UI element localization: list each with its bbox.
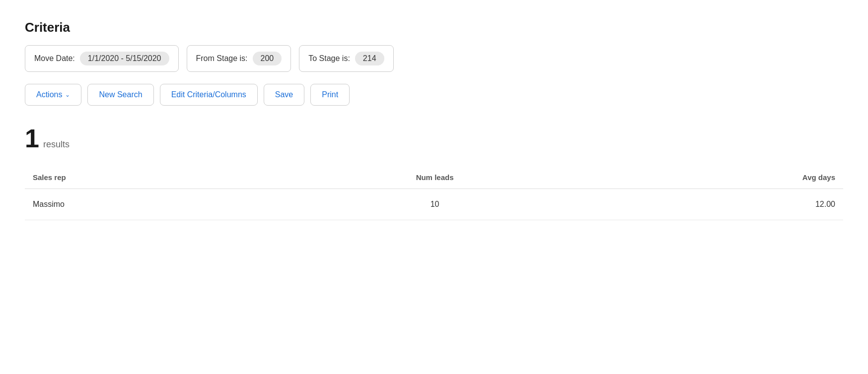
table-header-row: Sales rep Num leads Avg days	[25, 166, 843, 189]
to-stage-label: To Stage is:	[308, 54, 350, 63]
criteria-filters: Move Date: 1/1/2020 - 5/15/2020 From Sta…	[25, 45, 843, 72]
to-stage-value: 214	[355, 52, 384, 65]
save-button[interactable]: Save	[264, 84, 304, 106]
col-header-sales-rep: Sales rep	[25, 166, 290, 189]
results-label: results	[43, 139, 70, 150]
from-stage-value: 200	[253, 52, 282, 65]
cell-sales-rep: Massimo	[25, 189, 290, 220]
col-header-avg-days: Avg days	[579, 166, 843, 189]
print-label: Print	[322, 90, 338, 99]
actions-button[interactable]: Actions ⌄	[25, 84, 81, 106]
cell-avg-days: 12.00	[579, 189, 843, 220]
results-number: 1	[25, 125, 39, 151]
results-table: Sales rep Num leads Avg days Massimo1012…	[25, 166, 843, 220]
actions-label: Actions	[36, 90, 62, 99]
col-header-num-leads: Num leads	[290, 166, 579, 189]
move-date-filter: Move Date: 1/1/2020 - 5/15/2020	[25, 45, 179, 72]
table-row: Massimo1012.00	[25, 189, 843, 220]
from-stage-label: From Stage is:	[196, 54, 248, 63]
to-stage-filter: To Stage is: 214	[299, 45, 393, 72]
new-search-button[interactable]: New Search	[87, 84, 153, 106]
print-button[interactable]: Print	[310, 84, 350, 106]
actions-bar: Actions ⌄ New Search Edit Criteria/Colum…	[25, 84, 843, 106]
edit-criteria-button[interactable]: Edit Criteria/Columns	[160, 84, 258, 106]
results-count: 1 results	[25, 125, 843, 151]
page-title: Criteria	[25, 20, 843, 35]
from-stage-filter: From Stage is: 200	[187, 45, 291, 72]
new-search-label: New Search	[99, 90, 142, 99]
move-date-label: Move Date:	[34, 54, 75, 63]
save-label: Save	[275, 90, 293, 99]
edit-criteria-label: Edit Criteria/Columns	[171, 90, 246, 99]
cell-num-leads: 10	[290, 189, 579, 220]
move-date-value: 1/1/2020 - 5/15/2020	[80, 52, 169, 65]
chevron-down-icon: ⌄	[65, 91, 70, 98]
